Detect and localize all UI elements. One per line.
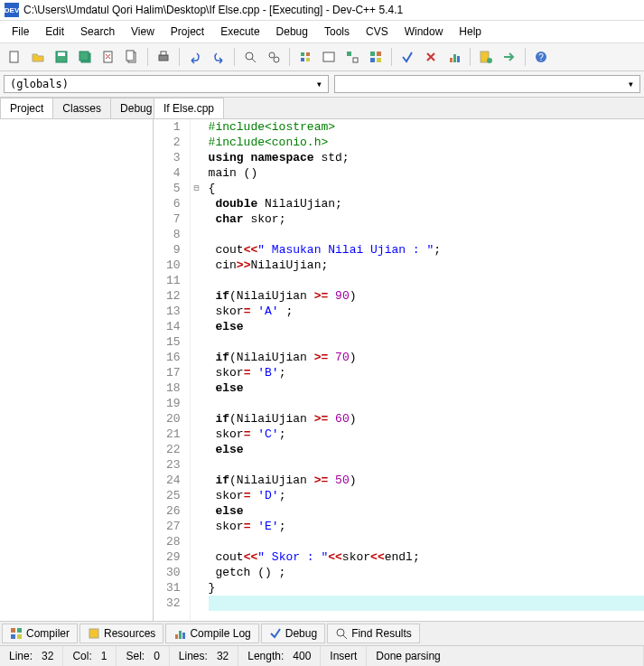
svg-rect-22 bbox=[370, 58, 375, 62]
grid-icon bbox=[10, 627, 23, 640]
line-gutter: 1234567891011121314151617181920212223242… bbox=[154, 119, 191, 621]
chart-icon bbox=[173, 627, 186, 640]
svg-rect-35 bbox=[89, 629, 98, 638]
box-icon bbox=[88, 627, 100, 640]
status-line: Line: 32 bbox=[0, 646, 63, 666]
svg-rect-13 bbox=[301, 52, 304, 56]
menu-debug[interactable]: Debug bbox=[268, 23, 316, 41]
compile-run-button[interactable] bbox=[341, 46, 363, 68]
svg-rect-21 bbox=[377, 52, 381, 56]
combo-row: (globals)▾ ▾ bbox=[0, 71, 644, 98]
save-all-button[interactable] bbox=[74, 46, 96, 68]
bottom-tab-compiler[interactable]: Compiler bbox=[2, 624, 78, 643]
separator bbox=[391, 48, 392, 66]
separator bbox=[179, 48, 180, 66]
svg-rect-8 bbox=[159, 55, 168, 61]
status-mode: Insert bbox=[321, 646, 367, 666]
save-button[interactable] bbox=[51, 46, 72, 68]
run-button[interactable] bbox=[318, 46, 340, 68]
separator bbox=[470, 48, 471, 66]
statusbar: Line: 32 Col: 1 Sel: 0 Lines: 32 Length:… bbox=[0, 645, 644, 666]
svg-rect-20 bbox=[370, 52, 375, 56]
toolbar: ? bbox=[0, 43, 644, 71]
svg-rect-19 bbox=[353, 58, 358, 62]
find-button[interactable] bbox=[239, 46, 261, 68]
menu-cvs[interactable]: CVS bbox=[358, 23, 397, 41]
svg-rect-16 bbox=[306, 58, 310, 61]
menu-project[interactable]: Project bbox=[163, 23, 212, 41]
menu-tools[interactable]: Tools bbox=[316, 23, 358, 41]
svg-rect-0 bbox=[10, 52, 18, 62]
status-message: Done parsing bbox=[367, 646, 644, 666]
replace-button[interactable] bbox=[263, 46, 285, 68]
bottom-tab-find-results[interactable]: Find Results bbox=[327, 624, 420, 643]
left-tab-classes[interactable]: Classes bbox=[52, 98, 111, 118]
menu-edit[interactable]: Edit bbox=[37, 23, 72, 41]
left-tab-project[interactable]: Project bbox=[0, 98, 53, 118]
svg-rect-38 bbox=[182, 633, 185, 639]
editor-tab[interactable]: If Else.cpp bbox=[154, 98, 224, 118]
svg-point-28 bbox=[487, 58, 492, 63]
left-panel: ProjectClassesDebug bbox=[0, 98, 154, 621]
open-button[interactable] bbox=[27, 46, 49, 68]
svg-point-39 bbox=[337, 629, 344, 636]
close-button[interactable] bbox=[98, 46, 119, 68]
svg-rect-17 bbox=[323, 52, 334, 61]
svg-point-12 bbox=[274, 57, 279, 62]
status-length: Length: 400 bbox=[238, 646, 321, 666]
svg-rect-23 bbox=[377, 58, 381, 62]
svg-rect-24 bbox=[450, 58, 453, 62]
separator bbox=[234, 48, 235, 66]
goto-button[interactable] bbox=[499, 46, 520, 68]
help-button[interactable]: ? bbox=[530, 46, 552, 68]
separator bbox=[147, 48, 148, 66]
stop-button[interactable] bbox=[420, 46, 442, 68]
svg-rect-37 bbox=[179, 631, 182, 639]
new-file-button[interactable] bbox=[4, 46, 25, 68]
svg-rect-4 bbox=[79, 52, 89, 61]
svg-rect-7 bbox=[126, 51, 134, 61]
fold-column[interactable]: ⊟ bbox=[191, 119, 203, 621]
scope-dropdown[interactable]: (globals)▾ bbox=[4, 75, 329, 93]
profile-button[interactable] bbox=[443, 46, 465, 68]
bottom-tab-compile-log[interactable]: Compile Log bbox=[165, 624, 258, 643]
menu-search[interactable]: Search bbox=[72, 23, 123, 41]
bottom-tab-resources[interactable]: Resources bbox=[79, 624, 163, 643]
svg-rect-31 bbox=[11, 628, 15, 633]
svg-rect-15 bbox=[301, 58, 304, 61]
svg-rect-18 bbox=[347, 52, 351, 56]
separator bbox=[289, 48, 290, 66]
code-content[interactable]: #include<iostream>#include<conio.h>using… bbox=[203, 119, 644, 621]
print-button[interactable] bbox=[153, 46, 174, 68]
status-sel: Sel: 0 bbox=[117, 646, 169, 666]
bottom-tab-debug[interactable]: Debug bbox=[261, 624, 325, 643]
svg-rect-32 bbox=[17, 628, 22, 633]
member-dropdown[interactable]: ▾ bbox=[334, 75, 640, 93]
undo-button[interactable] bbox=[184, 46, 206, 68]
svg-point-11 bbox=[269, 52, 275, 58]
menu-execute[interactable]: Execute bbox=[212, 23, 267, 41]
redo-button[interactable] bbox=[208, 46, 229, 68]
bottom-tabs: CompilerResourcesCompile LogDebugFind Re… bbox=[0, 621, 644, 645]
editor-area: If Else.cpp 1234567891011121314151617181… bbox=[154, 98, 644, 621]
status-col: Col: 1 bbox=[63, 646, 117, 666]
menu-view[interactable]: View bbox=[123, 23, 163, 41]
svg-rect-25 bbox=[453, 54, 456, 62]
separator bbox=[525, 48, 526, 66]
debug-button[interactable] bbox=[397, 46, 418, 68]
svg-point-10 bbox=[246, 52, 253, 60]
menu-help[interactable]: Help bbox=[451, 23, 490, 41]
titlebar: DEV C:\Users\Umdatul Qori Halim\Desktop\… bbox=[0, 0, 644, 21]
compile-button[interactable] bbox=[294, 46, 316, 68]
close-all-button[interactable] bbox=[121, 46, 143, 68]
new-class-button[interactable] bbox=[475, 46, 497, 68]
code-editor[interactable]: 1234567891011121314151617181920212223242… bbox=[154, 119, 644, 621]
check-icon bbox=[269, 627, 282, 640]
menu-window[interactable]: Window bbox=[397, 23, 452, 41]
menu-file[interactable]: File bbox=[4, 23, 37, 41]
svg-rect-14 bbox=[306, 52, 310, 56]
svg-rect-2 bbox=[58, 52, 65, 56]
rebuild-button[interactable] bbox=[365, 46, 387, 68]
svg-text:?: ? bbox=[538, 52, 544, 62]
svg-rect-36 bbox=[175, 634, 178, 639]
